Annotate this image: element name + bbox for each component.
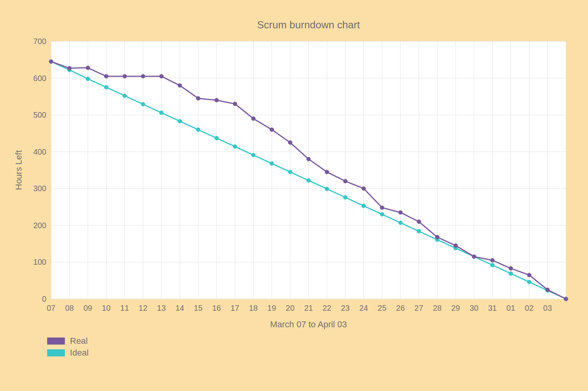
x-tick-label: 13 [157, 304, 166, 312]
data-point [252, 153, 255, 157]
x-tick-label: 23 [341, 304, 349, 312]
x-tick-label: 03 [543, 304, 552, 312]
data-point [49, 59, 53, 63]
data-point [160, 74, 164, 78]
y-tick-label: 600 [33, 74, 46, 83]
x-tick-label: 14 [175, 304, 184, 312]
legend-label: Ideal [70, 348, 89, 358]
data-point [362, 186, 366, 190]
data-point [288, 140, 292, 144]
x-tick-label: 28 [433, 304, 441, 312]
data-point [196, 96, 200, 100]
x-tick-label: 20 [286, 304, 294, 312]
x-tick-label: 31 [488, 304, 497, 312]
data-point [68, 66, 72, 70]
y-axis-label: Hours Left [14, 150, 24, 190]
data-point [399, 221, 402, 225]
data-point [362, 204, 366, 208]
x-tick-label: 25 [378, 304, 386, 312]
data-point [417, 220, 421, 224]
x-tick-label: 15 [194, 304, 202, 312]
data-point [491, 258, 494, 262]
data-point [178, 83, 182, 87]
x-tick-label: 18 [249, 304, 258, 312]
data-point [123, 74, 127, 78]
data-point [233, 102, 237, 106]
data-point [399, 210, 402, 214]
data-point [472, 255, 476, 258]
y-tick-label: 500 [33, 111, 46, 119]
x-tick-label: 30 [470, 304, 478, 312]
data-point [233, 145, 237, 149]
x-tick-label: 19 [267, 304, 276, 312]
data-point [435, 235, 439, 239]
data-point [104, 85, 108, 89]
data-point [527, 273, 531, 277]
y-tick-label: 0 [42, 295, 46, 303]
data-point [546, 288, 549, 292]
data-point [123, 94, 127, 98]
data-point [417, 229, 421, 233]
x-tick-label: 17 [231, 304, 239, 312]
x-tick-label: 27 [415, 304, 423, 312]
x-tick-label: 26 [396, 304, 405, 312]
data-point [215, 98, 219, 102]
x-tick-label: 16 [212, 304, 221, 312]
x-tick-label: 10 [102, 304, 110, 312]
burndown-chart: 0100200300400500600700070809101112131415… [0, 0, 588, 391]
data-point [141, 74, 145, 78]
x-tick-label: 22 [323, 304, 331, 312]
data-point [344, 179, 347, 183]
x-tick-label: 09 [83, 304, 92, 312]
data-point [380, 212, 384, 216]
data-point [307, 179, 311, 183]
data-point [454, 243, 458, 247]
data-point [252, 117, 255, 121]
y-tick-label: 300 [33, 184, 46, 193]
x-tick-label: 11 [120, 304, 129, 312]
x-tick-label: 24 [359, 304, 368, 312]
y-tick-label: 400 [33, 148, 46, 156]
y-tick-label: 700 [33, 37, 46, 46]
data-point [325, 187, 329, 191]
data-point [215, 136, 219, 140]
data-point [141, 102, 145, 106]
legend-swatch [47, 349, 65, 356]
data-point [160, 111, 164, 115]
x-tick-label: 08 [65, 304, 74, 312]
data-point [196, 128, 200, 132]
legend-swatch [47, 338, 65, 345]
data-point [564, 297, 568, 301]
x-tick-label: 02 [525, 304, 533, 312]
data-point [509, 271, 513, 275]
legend-label: Real [70, 336, 88, 346]
chart-title: Scrum burndown chart [257, 19, 360, 31]
data-point [86, 77, 90, 81]
data-point [325, 170, 329, 174]
data-point [491, 263, 494, 267]
data-point [288, 170, 292, 174]
y-tick-label: 100 [33, 258, 46, 266]
data-point [344, 196, 347, 199]
x-tick-label: 07 [47, 304, 55, 312]
data-point [380, 206, 384, 210]
x-tick-label: 01 [507, 304, 515, 312]
x-tick-label: 21 [304, 304, 313, 312]
x-axis-label: March 07 to April 03 [270, 319, 347, 329]
data-point [509, 266, 513, 270]
x-tick-label: 29 [451, 304, 460, 312]
data-point [178, 119, 182, 123]
data-point [104, 74, 108, 78]
data-point [270, 162, 274, 166]
x-tick-label: 12 [139, 304, 147, 312]
data-point [270, 128, 274, 132]
data-point [527, 280, 531, 284]
data-point [86, 66, 90, 70]
y-tick-label: 200 [33, 221, 46, 230]
data-point [307, 157, 311, 161]
